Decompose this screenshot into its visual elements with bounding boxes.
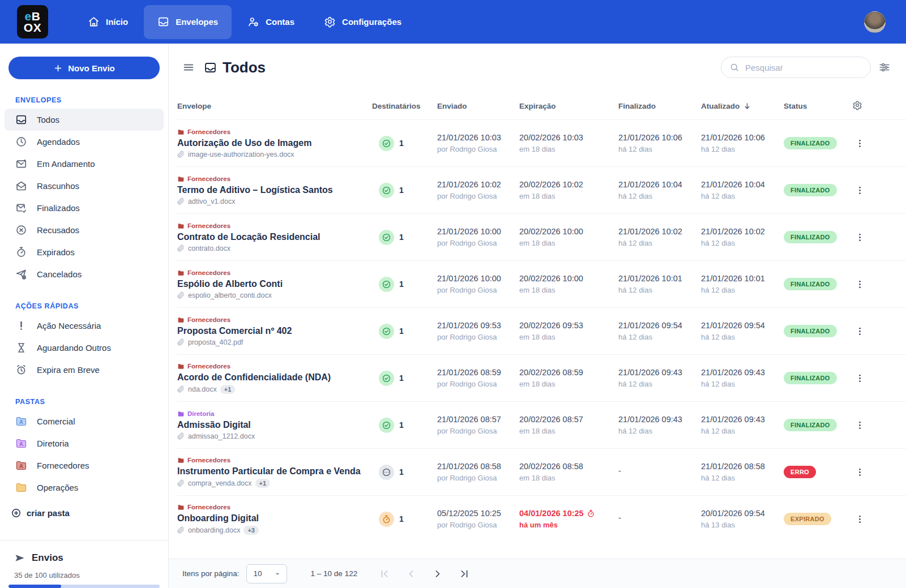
sidebar-item-expirados[interactable]: Expirados <box>5 241 164 263</box>
table-row[interactable]: FornecedoresAcordo de Confidencialidade … <box>177 354 906 401</box>
sidebar-item-label: Recusados <box>37 225 79 235</box>
search-input[interactable] <box>745 63 862 72</box>
sidebar-item-label: Fornecedores <box>37 461 89 470</box>
sidebar-item-label: Expirados <box>37 247 75 257</box>
expiration-cell-relative: há um mês <box>519 521 618 529</box>
stopwatch-small-icon <box>382 514 391 524</box>
table-row[interactable]: FornecedoresProposta Comercial nº 402pro… <box>177 307 906 354</box>
column-header-envelope[interactable]: Envelope <box>177 102 372 110</box>
sidebar-item-diretoria[interactable]: Diretoria <box>5 432 164 454</box>
search-box <box>721 57 871 78</box>
sidebar-item-acao-necessaria[interactable]: Ação Necessária <box>5 315 164 337</box>
nav-item-contas[interactable]: Contas <box>234 5 308 39</box>
nav-item-label: Configurações <box>342 17 401 27</box>
sidebar-item-finalizados[interactable]: Finalizados <box>5 197 164 219</box>
user-avatar[interactable] <box>864 11 886 33</box>
sidebar-item-fornecedores[interactable]: Fornecedores <box>5 454 164 477</box>
table-row[interactable]: FornecedoresContrato de Locação Residenc… <box>177 213 906 260</box>
envelope-cell: FornecedoresAcordo de Confidencialidade … <box>177 363 372 394</box>
expiration-cell-relative: em 18 dias <box>519 380 618 388</box>
sidebar-item-label: Aguardando Outros <box>37 343 111 353</box>
sidebar-item-operacoes[interactable]: Operações <box>5 477 164 499</box>
recipients-cell: 1 <box>372 183 437 198</box>
recipient-status-check-icon <box>379 277 394 292</box>
nav-item-configuracoes[interactable]: Configurações <box>310 5 415 39</box>
paperclip-icon <box>177 198 185 205</box>
updated-cell-date: 21/01/2026 10:06 <box>701 133 784 142</box>
attachment-filename: contrato.docx <box>188 244 230 252</box>
folder-tag: Fornecedores <box>177 504 363 511</box>
page-size-value: 10 <box>254 569 262 578</box>
sidebar-item-agendados[interactable]: Agendados <box>5 131 164 153</box>
next-page-button[interactable] <box>432 568 443 580</box>
expiration-cell-date: 20/02/2026 09:53 <box>519 321 618 330</box>
table-row[interactable]: FornecedoresTermo de Aditivo – Logística… <box>177 166 906 213</box>
column-header-enviado[interactable]: Enviado <box>437 102 519 110</box>
column-header-destinatarios[interactable]: Destinatários <box>372 102 437 110</box>
sidebar-item-recusados[interactable]: Recusados <box>5 219 164 241</box>
column-header-status[interactable]: Status <box>784 102 852 110</box>
recipient-status-check-icon <box>379 136 394 151</box>
expiration-cell-date: 20/02/2026 08:59 <box>519 368 618 377</box>
sidebar-item-em-andamento[interactable]: Em Andamento <box>5 153 164 175</box>
expiration-cell-date: 20/02/2026 10:00 <box>519 227 618 236</box>
row-menu-button[interactable] <box>852 465 867 479</box>
nav-item-envelopes[interactable]: Envelopes <box>144 5 232 39</box>
filter-sliders-icon[interactable] <box>878 61 891 74</box>
expiration-cell-date: 20/02/2026 10:03 <box>519 133 618 142</box>
column-header-finalizado[interactable]: Finalizado <box>618 102 701 110</box>
page-size-select[interactable]: 10 <box>246 564 287 583</box>
row-menu-button[interactable] <box>852 418 867 432</box>
status-badge: FINALIZADO <box>784 137 837 149</box>
recipients-cell: 1 <box>372 230 437 245</box>
sent-cell-date: 21/01/2026 08:59 <box>437 368 519 377</box>
recipient-count: 1 <box>399 280 404 289</box>
sidebar-item-cancelados[interactable]: Cancelados <box>5 263 164 285</box>
first-page-button[interactable] <box>379 568 390 580</box>
expiration-cell: 20/02/2026 08:57em 18 dias <box>519 415 618 435</box>
table-row[interactable]: FornecedoresAutorização de Uso de Imagem… <box>177 119 906 166</box>
envelope-title: Instrumento Particular de Compra e Venda <box>177 466 363 477</box>
last-page-button[interactable] <box>459 568 470 580</box>
column-header-atualizado[interactable]: Atualizado <box>701 102 784 110</box>
hourglass-icon <box>15 342 27 354</box>
finalized-cell-date: 21/01/2026 10:06 <box>618 133 701 142</box>
sidebar-item-expira-em-breve[interactable]: Expira em Breve <box>5 359 164 381</box>
folder-tag-label: Fornecedores <box>187 457 230 463</box>
sent-cell-date: 05/12/2025 10:25 <box>437 509 519 518</box>
sidebar-item-aguardando-outros[interactable]: Aguardando Outros <box>5 337 164 359</box>
row-menu-button[interactable] <box>852 371 867 385</box>
prev-page-button[interactable] <box>405 568 417 580</box>
row-menu-button[interactable] <box>852 512 867 526</box>
folder-tag: Diretoria <box>177 410 363 418</box>
expiration-cell: 20/02/2026 10:00em 18 dias <box>519 274 618 294</box>
column-header-expiracao[interactable]: Expiração <box>519 102 618 110</box>
table-row[interactable]: DiretoriaAdmissão Digitaladmissao_1212.d… <box>177 401 906 448</box>
sidebar-item-comercial[interactable]: Comercial <box>5 410 164 432</box>
row-menu-button[interactable] <box>852 230 867 244</box>
envelope-cell: FornecedoresOnboarding Digitalonboarding… <box>177 504 372 535</box>
app-logo[interactable]: eB OX <box>17 5 48 38</box>
row-menu-button[interactable] <box>852 324 867 338</box>
expiration-cell-relative: em 18 dias <box>519 239 618 247</box>
finalized-cell: 21/01/2026 10:02há 12 dias <box>618 227 701 247</box>
items-per-page-label: Itens por página: <box>182 569 240 578</box>
sent-cell-date: 21/01/2026 08:57 <box>437 415 519 424</box>
new-envio-button[interactable]: Novo Envio <box>8 57 160 79</box>
attachment: adtivo_v1.docx <box>177 198 363 205</box>
menu-icon[interactable] <box>182 61 195 74</box>
table-row[interactable]: FornecedoresEspólio de Alberto Contiespo… <box>177 260 906 307</box>
row-menu-button[interactable] <box>852 136 867 151</box>
sidebar-item-todos[interactable]: Todos <box>5 109 164 131</box>
row-menu-button[interactable] <box>852 183 867 198</box>
folder-icon <box>15 437 27 449</box>
sidebar-item-rascunhos[interactable]: Rascunhos <box>5 175 164 197</box>
attachment: espolio_alberto_conti.docx <box>177 291 363 299</box>
table-row[interactable]: FornecedoresInstrumento Particular de Co… <box>177 448 906 495</box>
row-menu-button[interactable] <box>852 277 867 291</box>
nav-item-inicio[interactable]: Início <box>74 5 142 39</box>
create-folder-button[interactable]: criar pasta <box>11 508 153 518</box>
sent-cell-date: 21/01/2026 10:02 <box>437 180 519 189</box>
expiration-cell-relative: em 18 dias <box>519 145 618 153</box>
table-row[interactable]: FornecedoresOnboarding Digitalonboarding… <box>177 495 906 542</box>
